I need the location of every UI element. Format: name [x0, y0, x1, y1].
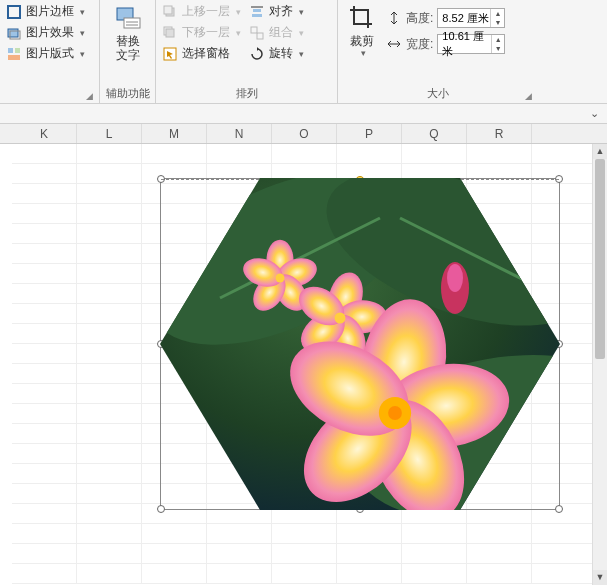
column-headers: K L M N O P Q R	[0, 124, 607, 144]
svg-rect-7	[124, 18, 140, 28]
height-icon	[386, 10, 402, 26]
svg-point-40	[447, 264, 463, 292]
scrollbar-thumb[interactable]	[595, 159, 605, 359]
spinner-down-icon[interactable]: ▼	[491, 18, 504, 27]
selection-pane-label: 选择窗格	[182, 45, 230, 62]
group-arrange: 上移一层 ▾ 下移一层 ▾ 选择窗格	[156, 0, 338, 103]
picture-layout-button[interactable]: 图片版式 ▾	[4, 44, 87, 63]
ribbon: 图片边框 ▾ 图片效果 ▾ 图片版式 ▾	[0, 0, 607, 104]
svg-point-38	[335, 313, 346, 324]
width-label: 宽度:	[406, 36, 433, 53]
column-header[interactable]: R	[467, 124, 532, 143]
group-picture-tools: 图片边框 ▾ 图片效果 ▾ 图片版式 ▾	[0, 0, 100, 103]
picture-effect-button[interactable]: 图片效果 ▾	[4, 23, 87, 42]
rotate-button[interactable]: 旋转 ▾	[247, 44, 306, 63]
chevron-down-icon: ▾	[299, 7, 304, 17]
svg-rect-4	[15, 48, 20, 53]
crop-icon	[348, 4, 376, 32]
worksheet-area: K L M N O P Q R	[0, 124, 607, 585]
spinner-up-icon[interactable]: ▲	[492, 35, 504, 44]
ribbon-options-icon[interactable]: ⌄	[590, 107, 599, 120]
chevron-down-icon: ▾	[352, 48, 374, 59]
bring-forward-label: 上移一层	[182, 3, 230, 20]
accessibility-group-label: 辅助功能	[104, 84, 151, 103]
column-header[interactable]: K	[12, 124, 77, 143]
spinner-down-icon[interactable]: ▼	[492, 44, 504, 53]
group-icon	[249, 25, 265, 41]
chevron-down-icon: ▾	[236, 28, 241, 38]
svg-rect-13	[166, 29, 174, 37]
column-header[interactable]: O	[272, 124, 337, 143]
svg-rect-3	[8, 48, 13, 53]
picture-layout-label: 图片版式	[26, 45, 74, 62]
align-icon	[249, 4, 265, 20]
group-objects-label: 组合	[269, 24, 293, 41]
svg-point-47	[388, 406, 402, 420]
scroll-down-icon[interactable]: ▼	[593, 570, 607, 585]
group-accessibility: 替换 文字 辅助功能	[100, 0, 156, 103]
column-header[interactable]: Q	[402, 124, 467, 143]
alt-text-button[interactable]: 替换 文字	[108, 2, 148, 65]
chevron-down-icon: ▾	[299, 49, 304, 59]
vertical-scrollbar[interactable]: ▲ ▼	[592, 144, 607, 585]
chevron-down-icon: ▾	[80, 28, 85, 38]
dialog-launcher-icon[interactable]: ◢	[86, 91, 93, 101]
column-header[interactable]: M	[142, 124, 207, 143]
selection-pane-button[interactable]: 选择窗格	[160, 44, 243, 63]
picture-border-label: 图片边框	[26, 3, 74, 20]
picture-border-button[interactable]: 图片边框 ▾	[4, 2, 87, 21]
send-backward-icon	[162, 25, 178, 41]
send-backward-button: 下移一层 ▾	[160, 23, 243, 42]
width-icon	[386, 36, 402, 52]
arrange-group-label: 排列	[160, 84, 333, 103]
width-spinner[interactable]: 宽度: 10.61 厘米 ▲ ▼	[386, 34, 505, 54]
height-label: 高度:	[406, 10, 433, 27]
chevron-down-icon: ▾	[299, 28, 304, 38]
scroll-up-icon[interactable]: ▲	[593, 144, 607, 159]
spinner-up-icon[interactable]: ▲	[491, 9, 504, 18]
svg-rect-17	[252, 14, 262, 17]
selection-pane-icon	[162, 46, 178, 62]
alt-text-line1: 替换	[116, 34, 140, 48]
column-header[interactable]: P	[337, 124, 402, 143]
ribbon-options-row: ⌄	[0, 104, 607, 124]
svg-rect-0	[8, 6, 20, 18]
rotate-label: 旋转	[269, 45, 293, 62]
width-value[interactable]: 10.61 厘米	[442, 29, 491, 59]
height-value[interactable]: 8.52 厘米	[442, 11, 488, 26]
picture-hexagon[interactable]	[160, 178, 560, 510]
chevron-down-icon: ▾	[236, 7, 241, 17]
crop-label: 裁剪	[350, 34, 374, 48]
alt-text-line2: 文字	[116, 48, 140, 62]
size-group-label-row: 大小 ◢	[342, 84, 534, 103]
dialog-launcher-icon[interactable]: ◢	[525, 91, 532, 101]
svg-rect-19	[257, 33, 263, 39]
svg-rect-16	[253, 9, 261, 12]
send-backward-label: 下移一层	[182, 24, 230, 41]
group-size: 裁剪 ▾ 高度: 8.52 厘米 ▲ ▼	[338, 0, 538, 103]
align-button[interactable]: 对齐 ▾	[247, 2, 306, 21]
column-header[interactable]: N	[207, 124, 272, 143]
height-spinner[interactable]: 高度: 8.52 厘米 ▲ ▼	[386, 8, 505, 28]
chevron-down-icon: ▾	[80, 49, 85, 59]
chevron-down-icon: ▾	[80, 7, 85, 17]
svg-rect-11	[164, 6, 172, 14]
alt-text-icon	[114, 4, 142, 32]
picture-effect-label: 图片效果	[26, 24, 74, 41]
align-label: 对齐	[269, 3, 293, 20]
bring-forward-icon	[162, 4, 178, 20]
svg-point-32	[276, 274, 285, 283]
svg-rect-18	[251, 27, 257, 33]
border-icon	[6, 4, 22, 20]
svg-rect-5	[8, 55, 20, 60]
group-objects-button: 组合 ▾	[247, 23, 306, 42]
layout-icon	[6, 46, 22, 62]
crop-button[interactable]: 裁剪 ▾	[342, 2, 382, 61]
column-header[interactable]: L	[77, 124, 142, 143]
bring-forward-button: 上移一层 ▾	[160, 2, 243, 21]
group-launcher-row: ◢	[4, 99, 95, 103]
effect-icon	[6, 25, 22, 41]
rotate-icon	[249, 46, 265, 62]
size-group-label: 大小	[427, 87, 449, 99]
